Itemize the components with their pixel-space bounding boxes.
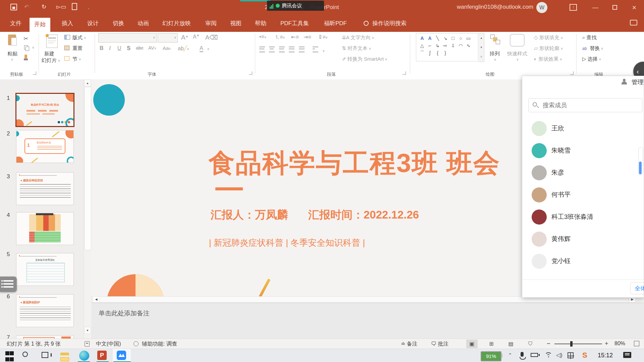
normal-view-button[interactable]: ▣	[466, 340, 478, 348]
action-center-icon[interactable]	[623, 352, 631, 358]
notes-toggle[interactable]: ≐ 备注	[401, 341, 418, 348]
thumbnail-scroll-down-icon[interactable]: ▼	[84, 327, 91, 334]
smartart-button[interactable]: ⇗ 转换为 SmartArt ˅	[342, 56, 387, 62]
font-color-icon[interactable]: A	[200, 45, 203, 52]
right-brace-shape-icon[interactable]: }	[441, 49, 449, 57]
drawing-dialog-launcher[interactable]	[570, 71, 574, 75]
columns-icon[interactable]	[313, 47, 318, 52]
tab-pdf-tools[interactable]: PDF工具集	[276, 18, 314, 29]
clear-formatting-icon[interactable]: A⌫	[205, 34, 218, 41]
zoom-slider-thumb[interactable]	[570, 341, 573, 347]
strikethrough-icon[interactable]: abc	[136, 45, 144, 51]
paragraph-dialog-launcher[interactable]	[402, 71, 406, 75]
member-row[interactable]: 黄伟辉	[522, 230, 644, 249]
new-slide-button[interactable]: 新建	[44, 51, 54, 57]
highlight-color-icon[interactable]: ab╱˅	[178, 45, 189, 52]
elbow-arrow-icon[interactable]: ↳	[434, 42, 441, 49]
layout-button[interactable]: 版式 ˅	[72, 35, 86, 41]
arc-shape-icon[interactable]: ⌒	[418, 49, 426, 57]
font-name-combobox[interactable]: ˅	[98, 33, 157, 43]
right-arrow-shape-icon[interactable]: ⇨	[441, 42, 449, 49]
underline-icon[interactable]: U	[117, 45, 121, 51]
tab-review[interactable]: 审阅	[201, 18, 221, 29]
curve-shape-icon[interactable]: ʃ	[426, 49, 434, 57]
sogou-input-icon[interactable]: S	[582, 351, 587, 360]
textbox-shape-icon[interactable]: A	[418, 35, 426, 42]
text-shadow-icon[interactable]: S	[127, 45, 130, 51]
thumbnail-scrollbar[interactable]: ▲ ▼	[84, 79, 91, 339]
member-scroll-thumb[interactable]	[639, 162, 642, 174]
account-avatar[interactable]: W	[536, 2, 547, 13]
tray-ime-icon[interactable]	[568, 352, 574, 358]
fit-slide-icon[interactable]	[634, 341, 639, 346]
thumbnail-scroll-up-icon[interactable]: ▲	[84, 79, 91, 86]
thumbnail-slide-1[interactable]: 食品科学与工程3班 班会	[15, 93, 74, 127]
slide-tagline-text[interactable]: | 新冠肺炎症状科普 | 冬季安全知识科普 |	[209, 237, 365, 249]
restore-button[interactable]	[607, 0, 623, 15]
slide-title-text[interactable]: 食品科学与工程3班 班会	[209, 146, 500, 181]
minimize-button[interactable]: —	[588, 0, 603, 15]
shape-outline-button[interactable]: ▱ 形状轮廓 ˅	[534, 45, 563, 52]
search-icon[interactable]	[21, 351, 32, 361]
new-file-icon[interactable]	[72, 3, 77, 10]
task-view-icon[interactable]	[41, 351, 51, 361]
save-icon[interactable]	[10, 4, 17, 10]
font-size-combobox[interactable]: ˅	[158, 33, 178, 43]
italic-icon[interactable]: I	[109, 45, 111, 51]
zoom-slider-track[interactable]	[554, 344, 602, 344]
member-row[interactable]: 王欣	[522, 120, 644, 138]
edge-browser-icon[interactable]	[79, 351, 89, 361]
align-left-icon[interactable]	[259, 47, 265, 52]
slide-subtitle-text[interactable]: 汇报人：万凤麟汇报时间：2022.12.26	[211, 207, 419, 223]
tray-mic-icon[interactable]	[521, 352, 524, 357]
meeting-floating-badge[interactable]: 腾讯会议	[267, 1, 324, 11]
tencent-meeting-taskbar-icon[interactable]	[117, 351, 127, 361]
thumbnail-slide-6[interactable]: ● 新冠肺炎防护	[16, 294, 74, 327]
tab-view[interactable]: 视图	[225, 18, 246, 29]
align-text-button[interactable]: ⇅ 对齐文本 ˅	[342, 45, 371, 52]
tab-foxit-pdf[interactable]: 福昕PDF	[319, 18, 352, 29]
spellcheck-icon[interactable]	[85, 341, 90, 347]
thumbnail-slide-3[interactable]: ● 感染后特征症状	[16, 172, 74, 205]
file-explorer-icon[interactable]	[60, 351, 70, 361]
zoom-in-icon[interactable]: +	[605, 340, 608, 347]
member-row[interactable]: 何书平	[522, 186, 644, 205]
rectangle-shape-icon[interactable]: □	[449, 35, 457, 42]
thumbnail-slide-2[interactable]: 1 新冠肺炎科普	[16, 130, 74, 163]
rounded-rect-shape-icon[interactable]: ▭	[465, 35, 472, 42]
numbering-icon[interactable]: ⒈≡˅	[274, 34, 285, 41]
member-row[interactable]: 朱彦	[522, 164, 644, 183]
member-list-scrollbar[interactable]	[638, 147, 643, 175]
comments-bubble-icon[interactable]	[630, 20, 637, 25]
decrease-font-icon[interactable]: A▼	[193, 34, 200, 40]
tab-file[interactable]: 文件	[5, 18, 26, 29]
slide-list-float-button[interactable]	[0, 277, 17, 292]
powerpoint-taskbar-icon[interactable]: P	[97, 351, 107, 361]
vertical-textbox-shape-icon[interactable]: A	[426, 35, 434, 42]
slide-sorter-view-button[interactable]: ⊞	[486, 340, 497, 348]
thumbnail-scroll-thumb[interactable]	[85, 87, 91, 250]
tray-battery-icon[interactable]	[531, 353, 538, 357]
reading-view-button[interactable]: ▤	[505, 340, 517, 348]
down-arrow-shape-icon[interactable]: ⇩	[449, 42, 457, 49]
select-button[interactable]: ▷ 选择 ˅	[582, 56, 601, 62]
shapes-gallery-scroll[interactable]: ▲▼≡	[479, 33, 484, 62]
battery-percent-widget[interactable]: 91%	[481, 351, 501, 361]
slideshow-view-button[interactable]: ⛉	[525, 340, 536, 348]
freeform-shape-icon[interactable]: ◠	[457, 42, 465, 49]
tab-home[interactable]: 开始	[30, 18, 50, 32]
increase-font-icon[interactable]: A▲	[181, 34, 189, 41]
tab-animations[interactable]: 动画	[133, 18, 154, 29]
oval-shape-icon[interactable]: ○	[457, 35, 465, 42]
close-button[interactable]: ×	[627, 0, 642, 15]
tab-transitions[interactable]: 切换	[108, 18, 129, 29]
line-spacing-icon[interactable]: ⇕≡˅	[318, 34, 328, 40]
arrange-button[interactable]: 排列	[490, 51, 500, 57]
language-indicator[interactable]: 中文(中国)	[96, 341, 121, 348]
member-search-box[interactable]	[528, 98, 642, 112]
tray-expand-icon[interactable]: ⌃	[508, 352, 512, 358]
format-painter-icon[interactable]	[24, 55, 27, 59]
thumbnail-slide-5[interactable]: 居家备药使用须知	[16, 253, 74, 286]
member-row[interactable]: 党小钰	[522, 252, 644, 271]
shapes-gallery[interactable]: AA╲↘□○▭△⌐↳⇨⇩◠∿⌒ʃ{}	[416, 33, 478, 61]
